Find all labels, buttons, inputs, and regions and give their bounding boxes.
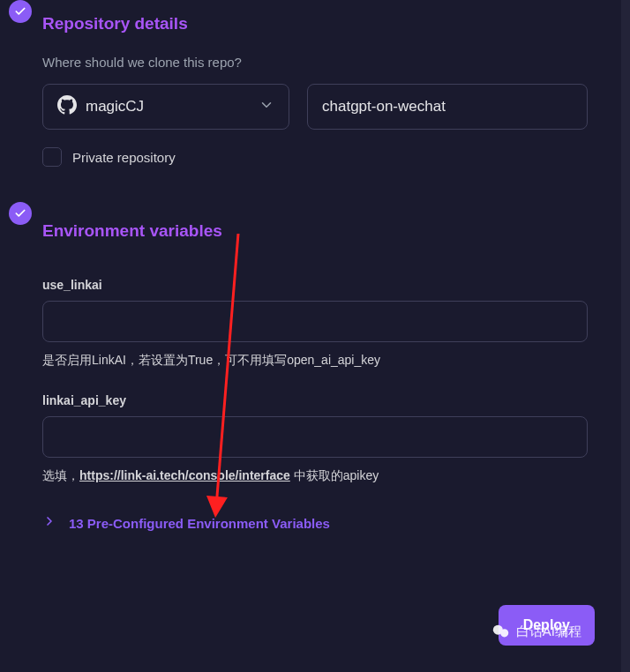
section-title: Environment variables: [42, 221, 588, 241]
env-field-description: 是否启用LinkAI，若设置为True，可不用填写open_ai_api_key: [42, 353, 588, 369]
repo-name-input[interactable]: [307, 84, 588, 130]
chevron-down-icon: [259, 97, 274, 116]
deploy-button-label: Deploy: [523, 617, 570, 633]
env-desc-suffix: 中获取的apikey: [290, 468, 379, 482]
private-repo-label: Private repository: [72, 150, 176, 165]
section-title: Repository details: [42, 14, 588, 34]
owner-select[interactable]: magicCJ: [42, 84, 289, 130]
scrollbar-track[interactable]: [621, 0, 630, 672]
chevron-right-icon: [42, 514, 56, 532]
env-field-label: use_linkai: [42, 278, 588, 292]
env-desc-prefix: 选填，: [42, 468, 79, 482]
section-repository-details: Repository details Where should we clone…: [42, 0, 588, 167]
section-environment-variables: Environment variables use_linkai 是否启用Lin…: [42, 202, 588, 537]
clone-prompt-text: Where should we clone this repo?: [42, 55, 588, 70]
expand-preconfigured-vars[interactable]: 13 Pre-Configured Environment Variables: [42, 509, 588, 537]
check-badge-icon: [9, 202, 32, 225]
check-badge-icon: [9, 0, 32, 23]
env-input-linkai-api-key[interactable]: [42, 416, 588, 458]
owner-select-label: magicCJ: [86, 98, 250, 116]
github-icon: [57, 95, 77, 118]
env-field-label: linkai_api_key: [42, 393, 588, 407]
expand-label: 13 Pre-Configured Environment Variables: [69, 516, 330, 531]
env-desc-link[interactable]: https://link-ai.tech/console/interface: [79, 468, 290, 482]
env-field-description: 选填，https://link-ai.tech/console/interfac…: [42, 468, 588, 484]
private-repo-checkbox[interactable]: [42, 147, 62, 167]
env-input-use-linkai[interactable]: [42, 301, 588, 342]
deploy-button[interactable]: Deploy: [499, 605, 595, 646]
